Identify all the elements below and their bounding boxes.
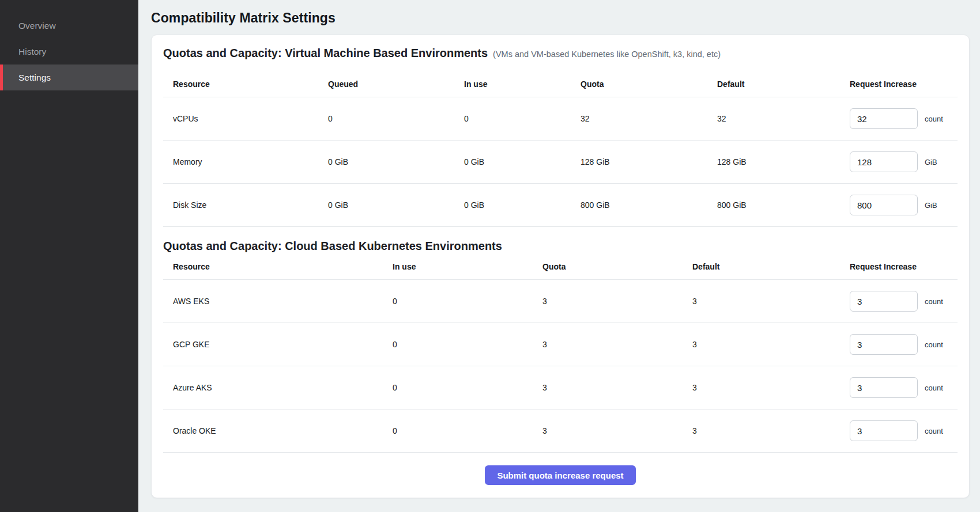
cell-resource: Memory (163, 157, 328, 166)
cell-resource: vCPUs (163, 114, 328, 123)
column-header-request-increase: Request Increase (850, 262, 958, 271)
vm-section-title: Quotas and Capacity: Virtual Machine Bas… (163, 47, 488, 60)
cell-default: 3 (692, 297, 850, 306)
unit-label: count (925, 384, 943, 392)
request-increase-cell: count (850, 108, 958, 129)
sidebar-item-settings[interactable]: Settings (0, 65, 138, 90)
cloud-quota-table: ResourceIn useQuotaDefaultRequest Increa… (163, 253, 958, 453)
column-header-in-use: In use (393, 262, 542, 271)
cell-resource: GCP GKE (163, 340, 393, 349)
cell-quota: 3 (542, 383, 692, 392)
column-header-default: Default (717, 79, 850, 89)
main-content: Compatibility Matrix Settings Quotas and… (138, 0, 980, 512)
request-increase-cell: GiB (850, 195, 958, 215)
cell-in-use: 0 GiB (464, 200, 581, 210)
cell-resource: AWS EKS (163, 297, 393, 306)
column-header-quota: Quota (542, 262, 692, 271)
column-header-quota: Quota (581, 79, 717, 89)
cloud-section-header: Quotas and Capacity: Cloud Based Kuberne… (163, 227, 958, 253)
vm-section-subtitle: (VMs and VM-based Kubernetes like OpenSh… (493, 50, 721, 59)
request-increase-cell: count (850, 377, 958, 398)
cell-default: 32 (717, 114, 850, 123)
cell-resource: Disk Size (163, 200, 328, 210)
submit-row: Submit quota increase request (163, 453, 958, 485)
sidebar-item-overview[interactable]: Overview (0, 13, 138, 39)
submit-quota-button[interactable]: Submit quota increase request (485, 465, 635, 485)
column-header-resource: Resource (163, 79, 328, 89)
cell-in-use: 0 (464, 114, 581, 123)
table-row: Azure AKS033count (163, 366, 958, 409)
cell-resource: Azure AKS (163, 383, 393, 392)
unit-label: count (925, 427, 943, 435)
request-increase-cell: count (850, 291, 958, 312)
cell-default: 3 (692, 426, 850, 435)
cell-default: 3 (692, 383, 850, 392)
request-increase-input[interactable] (850, 334, 918, 355)
vm-table-header: ResourceQueuedIn useQuotaDefaultRequest … (163, 60, 958, 97)
cell-in-use: 0 (393, 340, 542, 349)
cell-quota: 128 GiB (581, 157, 717, 166)
column-header-queued: Queued (328, 79, 464, 89)
table-row: Disk Size0 GiB0 GiB800 GiB800 GiBGiB (163, 184, 958, 227)
table-row: Oracle OKE033count (163, 409, 958, 453)
column-header-in-use: In use (464, 79, 581, 89)
table-row: GCP GKE033count (163, 323, 958, 366)
cell-queued: 0 GiB (328, 200, 464, 210)
cell-quota: 3 (542, 340, 692, 349)
cell-default: 800 GiB (717, 200, 850, 210)
request-increase-input[interactable] (850, 151, 918, 172)
cloud-table-body: AWS EKS033countGCP GKE033countAzure AKS0… (163, 280, 958, 453)
cell-in-use: 0 (393, 297, 542, 306)
request-increase-cell: count (850, 420, 958, 441)
unit-label: count (925, 297, 943, 306)
cell-in-use: 0 GiB (464, 157, 581, 166)
cell-queued: 0 (328, 114, 464, 123)
column-header-request-increase: Request Increase (850, 79, 958, 89)
cell-quota: 3 (542, 426, 692, 435)
cell-default: 128 GiB (717, 157, 850, 166)
cell-queued: 0 GiB (328, 157, 464, 166)
cell-quota: 800 GiB (581, 200, 717, 210)
cloud-table-header: ResourceIn useQuotaDefaultRequest Increa… (163, 253, 958, 280)
cell-resource: Oracle OKE (163, 426, 393, 435)
vm-table-body: vCPUs003232countMemory0 GiB0 GiB128 GiB1… (163, 97, 958, 227)
cell-default: 3 (692, 340, 850, 349)
page-title: Compatibility Matrix Settings (151, 10, 980, 26)
vm-quota-table: ResourceQueuedIn useQuotaDefaultRequest … (163, 60, 958, 227)
cell-quota: 3 (542, 297, 692, 306)
cell-in-use: 0 (393, 426, 542, 435)
request-increase-input[interactable] (850, 195, 918, 215)
unit-label: count (925, 115, 943, 123)
request-increase-cell: count (850, 334, 958, 355)
request-increase-cell: GiB (850, 151, 958, 172)
request-increase-input[interactable] (850, 291, 918, 312)
column-header-resource: Resource (163, 262, 393, 271)
cell-in-use: 0 (393, 383, 542, 392)
settings-card: Quotas and Capacity: Virtual Machine Bas… (151, 35, 970, 498)
column-header-default: Default (692, 262, 850, 271)
vm-section-header: Quotas and Capacity: Virtual Machine Bas… (163, 35, 958, 60)
table-row: AWS EKS033count (163, 280, 958, 323)
unit-label: GiB (925, 158, 937, 166)
request-increase-input[interactable] (850, 377, 918, 398)
sidebar: OverviewHistorySettings (0, 0, 138, 512)
unit-label: GiB (925, 201, 937, 210)
cloud-section-title: Quotas and Capacity: Cloud Based Kuberne… (163, 240, 502, 253)
request-increase-input[interactable] (850, 108, 918, 129)
table-row: Memory0 GiB0 GiB128 GiB128 GiBGiB (163, 141, 958, 184)
sidebar-item-history[interactable]: History (0, 39, 138, 65)
cell-quota: 32 (581, 114, 717, 123)
request-increase-input[interactable] (850, 420, 918, 441)
table-row: vCPUs003232count (163, 97, 958, 141)
unit-label: count (925, 340, 943, 349)
